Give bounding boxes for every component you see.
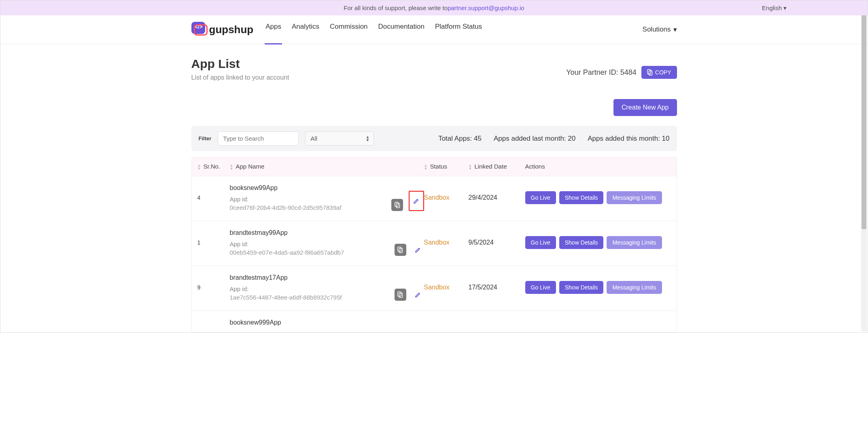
copy-icon	[397, 291, 403, 298]
col-linked-date[interactable]: ▲▼Linked Date	[469, 163, 525, 170]
nav-tab-platform-status[interactable]: Platform Status	[434, 20, 483, 39]
nav-tab-documentation[interactable]: Documentation	[378, 20, 425, 39]
show-details-button[interactable]: Show Details	[559, 191, 604, 204]
vertical-scrollbar[interactable]: ▲	[861, 1, 867, 331]
app-id-value: 1ae7c556-4487-48ee-a6df-88b8932c795f	[230, 294, 389, 301]
cell-srno: 1	[197, 239, 230, 246]
table-row: 4booksnew99AppApp id:0ceed76f-20b4-4d2b-…	[192, 176, 677, 221]
table-row: 1brandtestmay99AppApp id:00eb5459-e07e-4…	[192, 221, 677, 266]
select-value: All	[310, 135, 317, 142]
app-name: booksnew99App	[230, 184, 386, 192]
filter-bar: Filter All ▲▼ Total Apps: 45 Apps added …	[191, 126, 677, 151]
sort-icon: ▲▼	[230, 164, 233, 170]
caret-down-icon: ▾	[673, 25, 677, 34]
sort-icon: ▲▼	[197, 164, 201, 170]
col-srno[interactable]: ▲▼Sr.No.	[197, 163, 230, 170]
copy-icon	[647, 69, 653, 76]
pencil-icon	[414, 291, 422, 298]
pencil-icon	[414, 246, 422, 253]
status-filter-select[interactable]: All ▲▼	[305, 131, 374, 146]
partner-id-text: Your Partner ID: 5484	[566, 68, 636, 77]
copy-app-id-button[interactable]	[395, 244, 406, 256]
show-details-button[interactable]: Show Details	[559, 281, 604, 294]
go-live-button[interactable]: Go Live	[525, 191, 556, 204]
edit-app-button[interactable]	[412, 244, 424, 256]
cell-srno: 9	[197, 284, 230, 291]
app-id-label: App id:	[230, 196, 386, 203]
app-id-value: 0ceed76f-20b4-4d2b-90cd-2d5c957839af	[230, 204, 386, 211]
language-dropdown[interactable]: English ▾	[762, 4, 787, 12]
app-name: brandtestmay99App	[230, 229, 389, 236]
col-status[interactable]: ▲▼Status	[424, 163, 469, 170]
status-badge: Sandbox	[424, 284, 450, 291]
page-subtitle: List of apps linked to your account	[191, 74, 289, 81]
copy-partner-id-button[interactable]: COPY	[641, 66, 677, 79]
support-email-link[interactable]: partner.support@gupshup.io	[448, 4, 524, 11]
sort-icon: ▲▼	[424, 164, 428, 170]
app-id-value: 00eb5459-e07e-4da5-aa92-f86a657abdb7	[230, 249, 389, 256]
language-label: English	[762, 4, 782, 11]
brand-logo[interactable]: </> gupshup	[191, 22, 254, 37]
sort-icon: ▲▼	[469, 164, 472, 170]
linked-date: 29/4/2024	[469, 194, 525, 201]
sort-updown-icon: ▲▼	[365, 135, 369, 142]
logo-icon: </>	[191, 22, 207, 37]
copy-icon	[397, 247, 403, 253]
copy-app-id-button[interactable]	[395, 289, 406, 301]
messaging-limits-button[interactable]: Messaging Limits	[607, 191, 662, 204]
app-id-label: App id:	[230, 241, 389, 247]
nav-tab-apps[interactable]: Apps	[265, 20, 282, 39]
nav-tab-analytics[interactable]: Analytics	[291, 20, 320, 39]
linked-date: 17/5/2024	[469, 284, 525, 291]
copy-icon	[395, 202, 400, 208]
go-live-button[interactable]: Go Live	[525, 281, 556, 294]
caret-down-icon: ▾	[783, 4, 787, 12]
create-new-app-button[interactable]: Create New App	[613, 99, 677, 116]
edit-app-button[interactable]	[409, 191, 424, 211]
scroll-thumb[interactable]	[862, 4, 866, 229]
table-row: 9brandtestmay17AppApp id:1ae7c556-4487-4…	[192, 266, 677, 310]
app-id-label: App id:	[230, 285, 389, 292]
linked-date: 9/5/2024	[469, 239, 525, 246]
table-row: booksnew999App	[192, 310, 677, 332]
pencil-icon	[413, 197, 420, 205]
support-banner: For all kinds of support, please write t…	[0, 0, 868, 15]
app-name: brandtestmay17App	[230, 274, 389, 281]
messaging-limits-button[interactable]: Messaging Limits	[607, 236, 662, 249]
support-text: For all kinds of support, please write t…	[344, 4, 448, 11]
stat-last-month: Apps added last month: 20	[494, 135, 575, 143]
col-appname[interactable]: ▲▼App Name	[230, 163, 424, 170]
stat-this-month: Apps added this month: 10	[588, 135, 669, 143]
filter-label: Filter	[199, 135, 212, 141]
copy-app-id-button[interactable]	[391, 199, 403, 211]
apps-table: ▲▼Sr.No. ▲▼App Name ▲▼Status ▲▼Linked Da…	[191, 157, 677, 332]
solutions-label: Solutions	[643, 25, 671, 34]
main-nav: </> gupshup AppsAnalyticsCommissionDocum…	[0, 15, 868, 44]
solutions-dropdown[interactable]: Solutions ▾	[643, 25, 677, 34]
nav-tab-commission[interactable]: Commission	[329, 20, 369, 39]
go-live-button[interactable]: Go Live	[525, 236, 556, 249]
brand-name: gupshup	[209, 23, 254, 36]
table-header: ▲▼Sr.No. ▲▼App Name ▲▼Status ▲▼Linked Da…	[192, 157, 677, 176]
cell-srno: 4	[197, 194, 230, 201]
show-details-button[interactable]: Show Details	[559, 236, 604, 249]
status-badge: Sandbox	[424, 239, 450, 246]
stat-total-apps: Total Apps: 45	[438, 135, 482, 143]
page-title: App List	[191, 57, 289, 71]
col-actions: Actions	[525, 163, 671, 170]
edit-app-button[interactable]	[412, 289, 424, 301]
app-name: booksnew999App	[230, 319, 392, 326]
status-badge: Sandbox	[424, 194, 450, 201]
search-input[interactable]	[218, 131, 299, 146]
messaging-limits-button[interactable]: Messaging Limits	[607, 281, 662, 294]
